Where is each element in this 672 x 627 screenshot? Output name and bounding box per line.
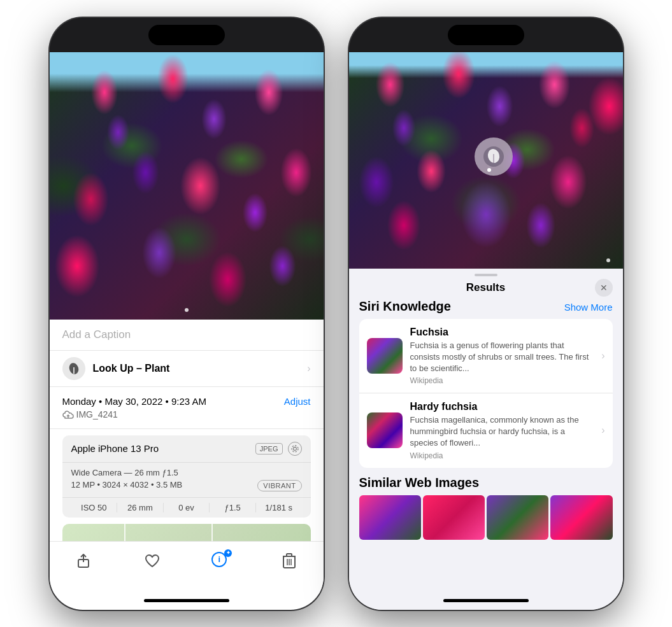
exif-ev: 0 ev (164, 503, 210, 512)
leaf-svg (68, 362, 80, 375)
visual-lookup-inner (483, 146, 504, 167)
dynamic-island-1 (148, 25, 225, 45)
lookup-dot (487, 168, 491, 172)
phone-top-bar-1 (50, 18, 324, 52)
heart-icon (144, 553, 161, 568)
adjust-button[interactable]: Adjust (284, 396, 311, 407)
home-indicator-1 (144, 599, 229, 602)
delete-button[interactable] (275, 547, 303, 575)
exif-shutter: 1/181 s (256, 503, 302, 512)
phone-screen-2: Results ✕ Siri Knowledge Show More Fuc (349, 52, 623, 610)
exif-iso: ISO 50 (71, 503, 118, 512)
map-grid (62, 524, 311, 541)
similar-images-row (359, 495, 613, 540)
drag-handle (475, 274, 497, 276)
info-badge: ✦ (224, 549, 232, 557)
close-icon: ✕ (600, 283, 608, 292)
phone-1: Add a Caption Look Up – Plant › Mon (50, 18, 324, 610)
trash-icon (282, 553, 296, 569)
knowledge-name-0: Fuchsia (410, 327, 594, 338)
device-name: Apple iPhone 13 Pro (71, 443, 159, 454)
bottom-toolbar: i ✦ (50, 541, 324, 594)
knowledge-desc-1: Fuchsia magellanica, commonly known as t… (410, 414, 594, 449)
exif-row: ISO 50 26 mm 0 ev ƒ1.5 1/181 s (62, 498, 311, 518)
chevron-right-icon: › (307, 363, 310, 374)
vibrant-badge: VIBRANT (257, 480, 301, 491)
knowledge-source-1: Wikipedia (410, 451, 594, 460)
home-indicator-2 (443, 599, 529, 602)
device-badges: JPEG (255, 442, 302, 456)
similar-section-title: Similar Web Images (359, 476, 613, 490)
date-time: Monday • May 30, 2022 • 9:23 AM (62, 396, 206, 407)
info-panel: Add a Caption Look Up – Plant › Mon (50, 320, 324, 541)
page-indicator-1 (185, 308, 189, 312)
show-more-button[interactable]: Show More (564, 302, 613, 313)
knowledge-content-1: Hardy fuchsia Fuchsia magellanica, commo… (410, 401, 594, 460)
map-road-v (211, 524, 213, 541)
close-button[interactable]: ✕ (595, 279, 613, 297)
photo-image-1 (50, 52, 324, 320)
camera-desc: Wide Camera — 26 mm ƒ1.5 (71, 468, 302, 477)
map-road-v (124, 524, 125, 541)
format-badge: JPEG (255, 443, 283, 454)
resolution: 12 MP • 3024 × 4032 • 3.5 MB (71, 480, 183, 490)
similar-img-1[interactable] (423, 495, 485, 540)
knowledge-desc-0: Fuchsia is a genus of flowering plants t… (410, 340, 594, 375)
lookup-row[interactable]: Look Up – Plant › (50, 351, 324, 387)
favorite-button[interactable] (138, 547, 166, 575)
flowers-canvas-1 (50, 52, 324, 320)
meta-date-row: Monday • May 30, 2022 • 9:23 AM Adjust (62, 396, 311, 407)
camera-details: Wide Camera — 26 mm ƒ1.5 12 MP • 3024 × … (62, 463, 311, 498)
knowledge-thumb-1 (367, 412, 403, 448)
caption-placeholder: Add a Caption (62, 328, 131, 341)
phone-2: Results ✕ Siri Knowledge Show More Fuc (349, 18, 623, 610)
share-button[interactable] (69, 547, 97, 575)
knowledge-content-0: Fuchsia Fuchsia is a genus of flowering … (410, 327, 594, 386)
svg-point-3 (293, 447, 296, 450)
svg-rect-9 (287, 554, 292, 556)
cloud-icon (62, 410, 74, 419)
svg-point-4 (292, 446, 298, 452)
visual-lookup-button[interactable] (475, 137, 513, 176)
phone-screen-1: Add a Caption Look Up – Plant › Mon (50, 52, 324, 610)
filename: IMG_4241 (76, 409, 118, 419)
exif-aperture: ƒ1.5 (210, 503, 256, 512)
lookup-label: Look Up – Plant (93, 363, 170, 374)
dynamic-island-2 (448, 25, 524, 45)
gear-svg (290, 444, 299, 453)
meta-section: Monday • May 30, 2022 • 9:23 AM Adjust I… (50, 387, 324, 429)
similar-img-3[interactable] (550, 495, 612, 540)
filename-row: IMG_4241 (62, 409, 311, 419)
knowledge-name-1: Hardy fuchsia (410, 401, 594, 412)
results-header: Results ✕ (349, 279, 623, 299)
lookup-icon (62, 357, 85, 380)
similar-img-0[interactable] (359, 495, 421, 540)
chevron-icon-0: › (601, 350, 604, 362)
chevron-icon-1: › (601, 425, 604, 436)
knowledge-item-1[interactable]: Hardy fuchsia Fuchsia magellanica, commo… (359, 393, 613, 468)
gear-icon[interactable] (288, 442, 302, 456)
results-panel: Results ✕ Siri Knowledge Show More Fuc (349, 269, 623, 610)
similar-img-2[interactable] (487, 495, 548, 540)
lookup-prefix: Look Up – (93, 363, 145, 374)
info-icon-wrap: i ✦ (211, 552, 229, 570)
map-area[interactable] (62, 524, 311, 541)
exif-focal: 26 mm (117, 503, 164, 512)
siri-leaf-icon (485, 148, 503, 166)
results-title: Results (466, 281, 505, 294)
knowledge-source-0: Wikipedia (410, 376, 594, 385)
photo-image-2 (349, 52, 623, 269)
siri-knowledge-label: Siri Knowledge (359, 299, 451, 314)
device-row: Apple iPhone 13 Pro JPEG (62, 435, 311, 463)
caption-area[interactable]: Add a Caption (50, 320, 324, 351)
device-section: Apple iPhone 13 Pro JPEG Wide Camera — 2… (62, 435, 311, 518)
results-handle[interactable] (349, 269, 623, 279)
phone-top-bar-2 (349, 18, 623, 52)
resolution-row: 12 MP • 3024 × 4032 • 3.5 MB VIBRANT (71, 480, 302, 492)
info-button[interactable]: i ✦ (206, 547, 234, 575)
knowledge-thumb-0 (367, 338, 403, 374)
siri-knowledge-section: Siri Knowledge Show More (359, 299, 613, 314)
lookup-subject: Plant (145, 363, 169, 374)
knowledge-card: Fuchsia Fuchsia is a genus of flowering … (359, 319, 613, 468)
knowledge-item-0[interactable]: Fuchsia Fuchsia is a genus of flowering … (359, 319, 613, 393)
